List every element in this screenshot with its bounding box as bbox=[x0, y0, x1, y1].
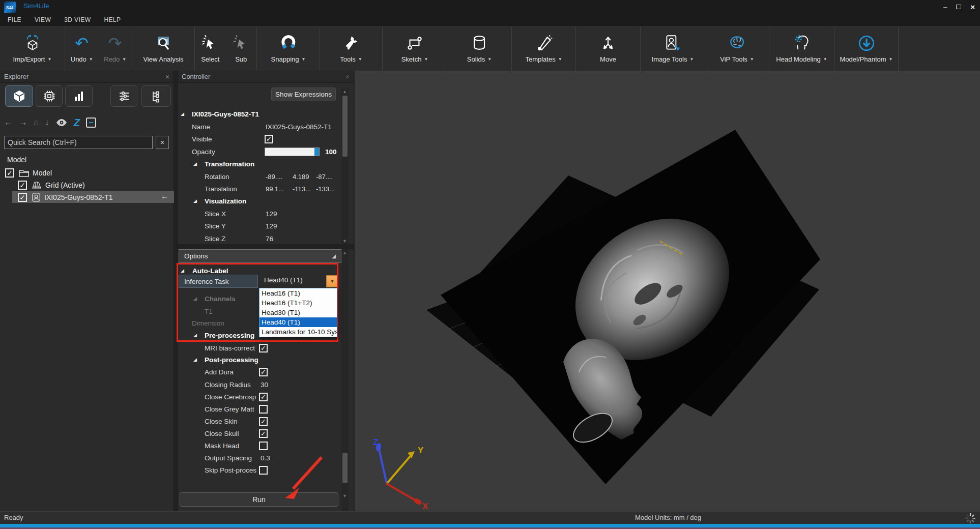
close-skull-checkbox[interactable]: ✓ bbox=[259, 429, 268, 438]
tab-model[interactable] bbox=[5, 85, 33, 107]
tab-properties[interactable] bbox=[110, 85, 137, 107]
model-checkbox[interactable]: ✓ bbox=[5, 168, 14, 178]
tab-simulation[interactable] bbox=[36, 85, 63, 107]
quick-search-input[interactable] bbox=[4, 136, 153, 149]
object-header-row[interactable]: ◢ IXI025-Guys-0852-T1 bbox=[178, 108, 339, 120]
opacity-slider-handle[interactable] bbox=[314, 148, 319, 156]
menu-file[interactable]: FILE bbox=[8, 16, 21, 23]
toolbar-sub-select[interactable]: Sub bbox=[226, 27, 257, 71]
add-dura-checkbox[interactable]: ✓ bbox=[259, 368, 268, 376]
tab-analysis[interactable] bbox=[65, 85, 93, 107]
scroll-to-item-icon[interactable]: ← bbox=[161, 192, 168, 200]
property-row-slice-z[interactable]: Slice Z 76 bbox=[178, 232, 339, 245]
close-cerebrospinal-checkbox[interactable]: ✓ bbox=[259, 393, 268, 401]
menu-help[interactable]: HELP bbox=[104, 16, 121, 23]
menu-view[interactable]: VIEW bbox=[35, 16, 51, 23]
scroll-up-icon[interactable]: ▲ bbox=[342, 89, 347, 94]
property-row-rotation[interactable]: Rotation -89.... 4.189 -87.... bbox=[178, 170, 339, 183]
property-row-visible[interactable]: Visible ✓ bbox=[178, 133, 339, 145]
properties-scrollbar[interactable]: ▲ ▼ bbox=[341, 89, 349, 244]
closing-radius-value[interactable]: 30 bbox=[261, 381, 268, 389]
output-spacing-value[interactable]: 0.3 bbox=[261, 454, 270, 462]
mri-bias-checkbox[interactable]: ✓ bbox=[259, 344, 268, 352]
inference-task-row[interactable]: Inference Task Head40 (T1) ▼ bbox=[179, 275, 341, 288]
add-dura-row[interactable]: Add Dura ✓ bbox=[178, 366, 339, 378]
run-button[interactable]: Run bbox=[180, 492, 338, 507]
dropdown-option[interactable]: Head16 (T1) bbox=[260, 288, 337, 298]
options-header[interactable]: Options ◢ bbox=[179, 249, 341, 263]
search-clear-button[interactable]: × bbox=[156, 136, 169, 149]
controller-close-icon[interactable]: × bbox=[345, 73, 350, 81]
dropdown-option-selected[interactable]: Head40 (T1) bbox=[260, 317, 337, 327]
name-value[interactable]: IXI025-Guys-0852-T1 bbox=[266, 123, 332, 131]
mask-head-checkbox[interactable] bbox=[259, 442, 268, 450]
grid-checkbox[interactable]: ✓ bbox=[18, 181, 27, 190]
close-button[interactable]: × bbox=[970, 3, 975, 11]
3d-viewport[interactable]: Z Y X bbox=[355, 71, 980, 511]
toolbar-model-phantom[interactable]: Model/Phantom▼ bbox=[834, 27, 898, 71]
collapse-all-icon[interactable]: − bbox=[86, 117, 96, 128]
output-spacing-row[interactable]: Output Spacing 0.3 bbox=[178, 452, 339, 464]
property-row-slice-x[interactable]: Slice X 129 bbox=[178, 208, 339, 220]
toolbar-templates[interactable]: Templates▼ bbox=[512, 27, 575, 71]
visualization-header-row[interactable]: ◢ Visualization bbox=[178, 195, 339, 207]
dropdown-option[interactable]: Landmarks for 10-10 Sys bbox=[260, 327, 337, 337]
property-row-translation[interactable]: Translation 99.1... -113... -133... bbox=[178, 183, 339, 195]
opacity-slider[interactable] bbox=[265, 148, 320, 156]
close-grey-matter-row[interactable]: Close Grey Matt bbox=[178, 403, 339, 415]
property-row-slice-y[interactable]: Slice Y 129 bbox=[178, 220, 339, 232]
scroll-down-icon[interactable]: ▼ bbox=[342, 493, 347, 498]
toolbar-undo[interactable]: ↶ Undo▼ bbox=[65, 27, 99, 71]
toolbar-sketch[interactable]: Sketch▼ bbox=[383, 27, 447, 71]
mask-head-row[interactable]: Mask Head bbox=[178, 439, 339, 452]
inference-task-value[interactable]: Head40 (T1) bbox=[264, 276, 303, 284]
tab-tree[interactable] bbox=[141, 85, 171, 107]
toolbar-image-tools[interactable]: Image Tools▼ bbox=[641, 27, 705, 71]
explorer-close-icon[interactable]: × bbox=[165, 73, 169, 81]
close-grey-matter-checkbox[interactable] bbox=[259, 405, 268, 414]
mri-bias-row[interactable]: MRI bias-correct ✓ bbox=[178, 342, 339, 354]
visibility-eye-icon[interactable] bbox=[55, 119, 68, 127]
close-cerebrospinal-row[interactable]: Close Cerebrosp ✓ bbox=[178, 391, 339, 403]
tree-item-model[interactable]: ✓ Model bbox=[5, 167, 52, 179]
toolbar-tools[interactable]: Tools▼ bbox=[320, 27, 382, 71]
skip-postprocessing-checkbox[interactable] bbox=[259, 466, 268, 475]
goto-icon[interactable]: ↓ bbox=[45, 117, 49, 128]
tree-item-ixi025[interactable]: ✓ IXI025-Guys-0852-T1 bbox=[18, 191, 113, 203]
nav-back-icon[interactable]: ← bbox=[4, 117, 13, 128]
dropdown-option[interactable]: Head30 (T1) bbox=[260, 308, 337, 317]
toolbar-imp-export[interactable]: Imp/Export▼ bbox=[0, 27, 65, 71]
toolbar-move[interactable]: Move bbox=[576, 27, 640, 71]
close-skin-checkbox[interactable]: ✓ bbox=[259, 417, 268, 426]
minimize-button[interactable]: – bbox=[943, 3, 947, 11]
dropdown-option[interactable]: Head16 (T1+T2) bbox=[260, 298, 337, 308]
close-skin-row[interactable]: Close Skin ✓ bbox=[178, 415, 339, 427]
closing-radius-row[interactable]: Closing Radius 30 bbox=[178, 378, 339, 391]
ixi025-checkbox[interactable]: ✓ bbox=[18, 193, 27, 202]
property-row-opacity[interactable]: Opacity 100 bbox=[178, 145, 339, 158]
toolbar-redo[interactable]: ↷ Redo▼ bbox=[99, 27, 132, 71]
scrollbar-thumb[interactable] bbox=[342, 96, 348, 157]
toolbar-head-modeling[interactable]: Head Modeling▼ bbox=[769, 27, 834, 71]
scroll-down-icon[interactable]: ▼ bbox=[342, 239, 347, 244]
property-row-name[interactable]: Name IXI025-Guys-0852-T1 bbox=[178, 121, 339, 133]
nav-forward-icon[interactable]: → bbox=[19, 117, 27, 128]
toolbar-snapping[interactable]: Snapping▼ bbox=[257, 27, 320, 71]
toolbar-solids[interactable]: Solids▼ bbox=[447, 27, 511, 71]
inference-dropdown-button[interactable]: ▼ bbox=[326, 275, 338, 287]
toolbar-select[interactable]: Select bbox=[195, 27, 226, 71]
toolbar-vip-tools[interactable]: ViP Tools▼ bbox=[705, 27, 769, 71]
toolbar-view-analysis[interactable]: View Analysis bbox=[132, 27, 194, 71]
zoom-to-icon[interactable]: Z bbox=[74, 117, 80, 129]
menu-3d-view[interactable]: 3D VIEW bbox=[64, 16, 91, 23]
skip-postprocessing-row[interactable]: Skip Post-proces bbox=[178, 464, 339, 476]
options-scrollbar[interactable]: ▲ ▼ bbox=[341, 249, 349, 511]
visible-checkbox[interactable]: ✓ bbox=[265, 135, 273, 143]
scrollbar-thumb[interactable] bbox=[342, 453, 348, 483]
close-skull-row[interactable]: Close Skull ✓ bbox=[178, 427, 339, 439]
postprocessing-header-row[interactable]: ◢ Post-processing bbox=[178, 354, 339, 366]
transformation-header-row[interactable]: ◢ Transformation bbox=[178, 158, 339, 170]
tree-item-grid[interactable]: ✓ Grid (Active) bbox=[18, 179, 85, 191]
maximize-button[interactable] bbox=[956, 5, 961, 9]
show-expressions-button[interactable]: Show Expressions bbox=[271, 87, 336, 101]
